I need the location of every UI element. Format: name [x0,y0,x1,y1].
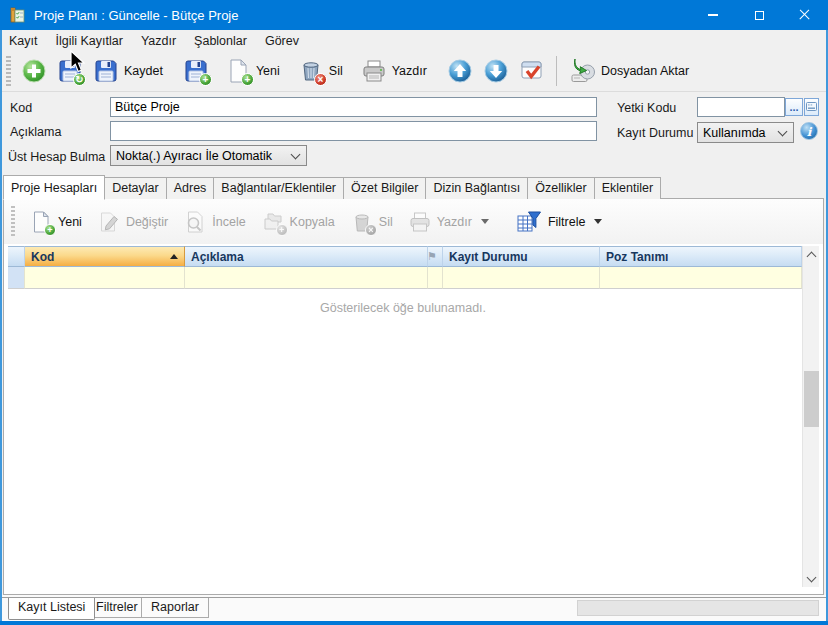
scroll-up-button[interactable] [803,246,820,263]
proje-hesaplari-panel: + Yeni Değiştir [3,198,824,595]
window-border-bottom [0,621,828,625]
save-label: Kaydet [124,64,163,78]
floppy-plus-icon: + [183,58,209,84]
printer-icon [361,58,387,84]
menubar: Kayıt İlgili Kayıtlar Yazdır Şablonlar G… [0,30,828,51]
ust-hesap-bulma-value: Nokta(.) Ayıracı İle Otomatik [116,149,288,163]
bottom-tab-filtreler[interactable]: Filtreler [86,598,148,618]
titlebar: Proje Planı : Güncelle - Bütçe Proje [0,0,828,30]
minimize-icon [708,14,718,16]
tab-eklentiler[interactable]: Eklentiler [594,177,661,199]
caret-down-icon [594,219,602,224]
delete-button[interactable]: × Sil [293,56,348,86]
yetki-kodu-label: Yetki Kodu [617,101,676,115]
menu-yazdir[interactable]: Yazdır [132,32,185,50]
new-button[interactable]: + Yeni [220,56,285,86]
page-plus-icon: + [225,58,251,84]
grid-delete-label: Sil [379,215,393,229]
toolbar-separator [556,56,557,86]
new-label: Yeni [256,64,280,78]
menu-gorev[interactable]: Görev [256,32,308,50]
grid-copy-label: Kopyala [290,215,335,229]
grid-copy-button: + Kopyala [255,208,341,236]
horizontal-scrollbar-track[interactable] [577,600,819,616]
grid-filter-label: Filtrele [548,215,586,229]
tab-proje-hesaplari[interactable]: Proje Hesapları [3,175,105,200]
project-plan-window: Proje Planı : Güncelle - Bütçe Proje Kay… [0,0,828,625]
kayit-durumu-value: Kullanımda [703,126,775,140]
filter-cell-kayit-durumu[interactable] [443,267,600,289]
import-file-icon [568,58,596,84]
filter-cell-aciklama[interactable] [185,267,428,289]
tab-detaylar[interactable]: Detaylar [104,177,167,199]
new-page-icon: + [29,210,53,234]
chevron-down-icon [807,572,817,582]
window-border-left [0,30,2,625]
confirm-button[interactable] [514,56,550,86]
kayit-durumu-label: Kayıt Durumu [617,126,693,140]
ust-hesap-bulma-combo[interactable]: Nokta(.) Ayıracı İle Otomatik [110,145,307,166]
column-header-kod[interactable]: Kod [25,246,185,267]
grid-delete-button: × Sil [344,208,399,236]
bottom-tab-kayit-listesi[interactable]: Kayıt Listesi [8,598,95,620]
menu-kayit[interactable]: Kayıt [0,32,47,50]
vertical-scrollbar[interactable] [802,246,819,587]
caret-down-icon [481,219,489,224]
green-plus-icon [21,58,47,84]
column-header-kayit-durumu[interactable]: Kayıt Durumu [443,246,600,267]
filter-cell-kod[interactable] [25,267,185,289]
column-header-aciklama[interactable]: Açıklama [185,246,428,267]
filter-table-icon [516,210,543,234]
column-header-poz-tanimi[interactable]: Poz Tanımı [600,246,802,267]
move-down-button[interactable] [478,56,514,86]
main-toolbar: ↻ Kaydet [0,51,828,92]
save-button[interactable]: Kaydet [88,56,168,86]
window-controls [690,0,828,30]
filter-cell-flag[interactable] [428,267,443,289]
yetki-kodu-browse-button[interactable]: ... [785,98,803,116]
trash-delete-icon: × [298,58,324,84]
close-button[interactable] [782,0,828,30]
move-up-button[interactable] [442,56,478,86]
chevron-up-icon [807,251,817,261]
import-from-file-button[interactable]: Dosyadan Aktar [563,56,694,86]
yetki-kodu-keyboard-button[interactable] [804,98,819,116]
yetki-kodu-input[interactable] [697,97,785,117]
menu-ilgili-kayitlar[interactable]: İlgili Kayıtlar [47,32,132,50]
save-and-new-button[interactable]: + [178,56,214,86]
grid-new-button[interactable]: + Yeni [23,208,88,236]
kod-input[interactable] [110,97,597,117]
window-title: Proje Planı : Güncelle - Bütçe Proje [34,8,239,23]
scroll-thumb[interactable] [804,371,819,427]
aciklama-input[interactable] [110,121,597,141]
maximize-icon [755,11,764,20]
maximize-button[interactable] [736,0,782,30]
grid-filter-button[interactable]: Filtrele [510,208,609,236]
add-record-button[interactable] [16,56,52,86]
minimize-button[interactable] [690,0,736,30]
chevron-down-icon [778,126,788,136]
column-header-flag[interactable]: ⚑ [428,246,443,267]
info-icon[interactable]: i [800,122,818,140]
scroll-down-button[interactable] [803,570,820,587]
print-button[interactable]: Yazdır [356,56,432,86]
menu-sablonlar[interactable]: Şablonlar [185,32,256,50]
tab-dizin-baglantisi[interactable]: Dizin Bağlantısı [425,177,528,199]
tab-baglantilar-eklentiler[interactable]: Bağlantılar/Eklentiler [213,177,344,199]
grid-print-button: Yazdır [402,208,495,236]
inspect-page-icon [183,210,207,234]
grid-toolbar-grip [11,206,15,238]
tab-adres[interactable]: Adres [166,177,215,199]
kayit-durumu-combo[interactable]: Kullanımda [697,122,794,143]
chevron-down-icon [291,149,301,159]
tab-ozellikler[interactable]: Özellikler [527,177,594,199]
ust-hesap-bulma-label: Üst Hesap Bulma [8,150,105,164]
bottom-tab-raporlar[interactable]: Raporlar [141,598,209,618]
tab-ozet-bilgiler[interactable]: Özet Bilgiler [343,177,426,199]
kod-label: Kod [10,101,32,115]
row-indicator-header [8,246,25,267]
sort-ascending-icon [170,254,178,259]
save-refresh-button[interactable]: ↻ [52,56,88,86]
filter-cell-poz-tanimi[interactable] [600,267,802,289]
import-from-file-label: Dosyadan Aktar [601,64,689,78]
